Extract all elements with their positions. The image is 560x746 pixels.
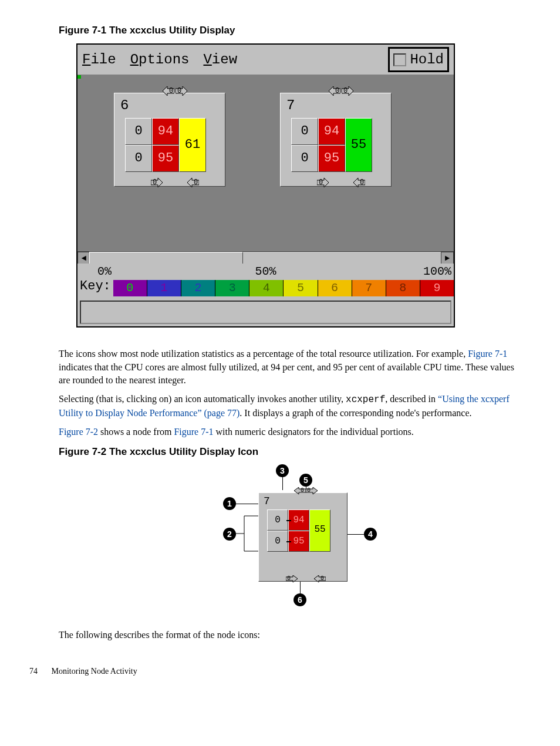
svg-text:0: 0 [319, 178, 323, 187]
para-1: The icons show most node utilization sta… [59, 347, 519, 387]
para-2: Selecting (that is, clicking on) an icon… [59, 393, 519, 420]
callout-5: 5 [299, 474, 312, 487]
svg-text:0: 0 [321, 575, 324, 582]
key-cell-6: 6 [318, 280, 352, 296]
svg-text:0: 0 [307, 487, 311, 494]
node-7-net-out: 0 0 [317, 178, 365, 193]
color-key: Key: 0123456789 [77, 278, 454, 298]
node-7-net-in: 0 0 [317, 86, 365, 102]
node-6[interactable]: 6 0 0 0 0 94 95 61 [114, 93, 225, 187]
fig2-net-in: 0 0 [286, 487, 326, 499]
svg-text:0: 0 [360, 178, 364, 187]
callout-3-line [282, 477, 283, 490]
menu-file[interactable]: File [82, 50, 116, 70]
svg-text:0: 0 [343, 87, 348, 95]
fig2-net-out: 0 0 [286, 575, 326, 587]
node-7-sys-0: 0 [291, 118, 318, 145]
para-4: The following describes the format of th… [59, 629, 519, 642]
ruler-50: 50% [255, 264, 276, 280]
node-7-cpu-0: 94 [318, 118, 345, 145]
callout-1: 1 [223, 497, 236, 510]
key-cell-0: 0 [113, 280, 147, 296]
svg-text:0: 0 [301, 487, 304, 494]
figure-7-1-caption: Figure 7-1 The xcxclus Utility Display [59, 23, 519, 38]
page-footer: 74 Monitoring Node Activity [29, 666, 519, 677]
code-xcxperf: xcxperf [346, 394, 385, 405]
node-6-cpu-1: 95 [152, 145, 179, 172]
svg-text:0: 0 [335, 87, 339, 95]
node-6-sys-0: 0 [125, 118, 152, 145]
key-cell-3: 3 [215, 280, 249, 296]
menubar: File Options View Hold [77, 45, 454, 76]
menu-view[interactable]: View [203, 50, 237, 70]
node-6-net-in: 0 0 [151, 86, 199, 102]
key-cell-5: 5 [284, 280, 318, 296]
page-number: 74 [29, 667, 38, 676]
link-figure-7-1-b[interactable]: Figure 7-1 [174, 427, 213, 437]
section-title: Monitoring Node Activity [52, 667, 137, 676]
menu-options[interactable]: Options [130, 50, 190, 70]
svg-text:0: 0 [169, 87, 173, 95]
svg-text:0: 0 [194, 178, 198, 187]
callout-6: 6 [294, 593, 306, 606]
hold-checkbox[interactable] [393, 53, 406, 66]
fig2-mem: 55 [309, 509, 330, 552]
ruler-100: 100% [423, 264, 451, 280]
key-label: Key: [80, 278, 111, 298]
callout-3: 3 [276, 464, 289, 477]
node-7-sys-1: 0 [291, 145, 318, 172]
link-figure-7-2[interactable]: Figure 7-2 [59, 427, 98, 437]
fig2-sys-0: 0 [267, 509, 288, 531]
fig2-sys-1: 0 [267, 531, 288, 552]
node-6-net-out: 0 0 [151, 178, 199, 193]
node-6-cpu-0: 94 [152, 118, 179, 145]
callout-2: 2 [223, 528, 236, 541]
node-7-cpu-1: 95 [318, 145, 345, 172]
xcxclus-window: File Options View Hold 6 0 0 [76, 43, 455, 328]
fig2-cpu-0: 94 [288, 509, 309, 531]
node-7[interactable]: 7 0 0 0 0 94 95 55 [280, 93, 392, 187]
figure-7-2-caption: Figure 7-2 The xcxclus Utility Display I… [59, 445, 519, 459]
svg-text:0: 0 [153, 178, 157, 187]
scroll-right-icon[interactable]: ► [441, 252, 454, 265]
hold-label: Hold [410, 50, 444, 70]
svg-text:0: 0 [287, 575, 291, 582]
hold-toggle[interactable]: Hold [388, 47, 449, 73]
status-bar [80, 301, 451, 324]
fig2-node: 7 0 0 0 0 94 95 55 0 0 [258, 492, 348, 582]
fig2-cpu-1: 95 [288, 531, 309, 552]
node-canvas: 6 0 0 0 0 94 95 61 [77, 75, 454, 251]
node-6-mem: 61 [179, 118, 206, 172]
key-cell-7: 7 [352, 280, 386, 296]
key-cell-8: 8 [386, 280, 420, 296]
key-cell-1: 1 [147, 280, 181, 296]
percent-ruler: 0% 50% 100% [77, 264, 454, 278]
scroll-thumb[interactable] [89, 252, 243, 265]
node-6-sys-1: 0 [125, 145, 152, 172]
callout-4: 4 [364, 528, 377, 541]
para-3: Figure 7-2 shows a node from Figure 7-1 … [59, 426, 519, 438]
node-7-mem: 55 [345, 118, 372, 172]
scrollbar-horizontal[interactable]: ◄ ► [77, 251, 454, 264]
figure-7-2: 1 2 3 5 4 6 7 0 0 0 0 94 [200, 464, 387, 617]
key-cell-2: 2 [181, 280, 215, 296]
svg-text:0: 0 [177, 87, 181, 95]
link-figure-7-1[interactable]: Figure 7-1 [468, 349, 507, 359]
key-cell-9: 9 [420, 280, 454, 296]
key-cell-4: 4 [249, 280, 284, 296]
marker [77, 75, 81, 79]
scroll-left-icon[interactable]: ◄ [77, 252, 90, 265]
ruler-0: 0% [97, 264, 112, 280]
